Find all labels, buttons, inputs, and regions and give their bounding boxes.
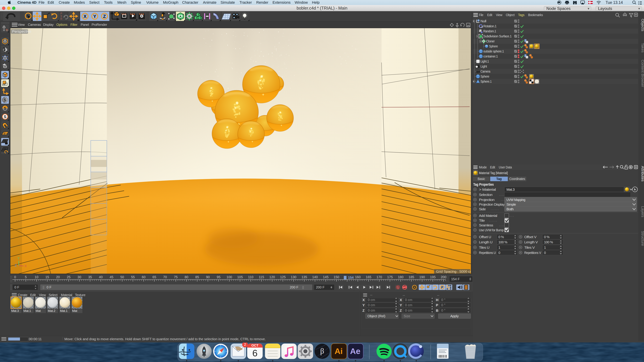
svg-text:Light: Light	[480, 64, 487, 68]
svg-text:Objects: Objects	[641, 19, 644, 31]
svg-text:0 °: 0 °	[441, 309, 446, 312]
svg-text:Select: Select	[49, 293, 58, 297]
svg-text:Null: Null	[480, 19, 486, 23]
svg-text:Grid Spacing : 5000 cm: Grid Spacing : 5000 cm	[436, 270, 471, 273]
svg-text:Light.1: Light.1	[480, 59, 489, 63]
svg-text:Tiles V: Tiles V	[524, 246, 535, 249]
svg-text:65: 65	[152, 275, 156, 279]
svg-text:Coordinates: Coordinates	[509, 177, 525, 181]
svg-text:Tile: Tile	[479, 219, 485, 222]
svg-text:0 cm: 0 cm	[405, 309, 412, 312]
svg-text:Both: Both	[506, 207, 514, 211]
svg-text:Tag Properties: Tag Properties	[473, 182, 494, 187]
svg-text:135: 135	[302, 275, 307, 279]
svg-text:Mat: Mat	[36, 309, 41, 313]
svg-text:Z: Z	[103, 14, 106, 19]
svg-text:Rotation.1: Rotation.1	[483, 24, 496, 28]
svg-text:130: 130	[291, 275, 296, 279]
svg-text:Length V: Length V	[524, 240, 538, 244]
svg-text:Mat.3: Mat.3	[506, 188, 515, 191]
svg-text:Mat.3: Mat.3	[11, 309, 19, 313]
svg-text:--: --	[403, 294, 405, 297]
svg-text:Mat.1: Mat.1	[60, 309, 68, 313]
svg-text:. . . . . .: . . . . . .	[489, 219, 497, 222]
svg-text:Y: Y	[93, 14, 96, 19]
svg-text:X: X	[24, 264, 27, 268]
svg-text:100: 100	[226, 275, 232, 279]
svg-text:0 %: 0 %	[544, 235, 550, 239]
svg-text:1: 1	[544, 246, 546, 249]
svg-text:20: 20	[56, 275, 60, 279]
svg-text:S: S	[4, 98, 6, 102]
svg-text:> Material: > Material	[479, 188, 496, 191]
svg-text:Object (Rel): Object (Rel)	[368, 314, 386, 318]
svg-text:15: 15	[45, 275, 49, 279]
svg-text:185: 185	[408, 275, 414, 279]
svg-text:Random.1: Random.1	[483, 29, 496, 33]
svg-text:95: 95	[217, 275, 220, 279]
svg-text:165: 165	[366, 275, 371, 279]
svg-text:160: 160	[355, 275, 360, 279]
svg-text:35: 35	[88, 275, 92, 279]
svg-text:Subdivision Surface.1: Subdivision Surface.1	[483, 34, 512, 38]
svg-text:S: S	[4, 114, 6, 119]
svg-text:Takes: Takes	[641, 43, 644, 52]
svg-text:P: P	[441, 286, 443, 289]
svg-text:Tue 13.14: Tue 13.14	[606, 0, 623, 5]
svg-text:70: 70	[163, 275, 167, 279]
svg-text:0 cm: 0 cm	[368, 309, 375, 312]
svg-text:Selection: Selection	[479, 193, 492, 197]
svg-text:Content Browser: Content Browser	[641, 60, 644, 87]
svg-text:0 cm: 0 cm	[368, 303, 375, 307]
svg-text:Y: Y	[362, 303, 365, 307]
svg-text:Size: Size	[404, 314, 410, 318]
svg-text:Layers: Layers	[641, 206, 644, 217]
svg-text:Edit: Edit	[487, 13, 492, 17]
svg-text:Seamless: Seamless	[479, 223, 493, 227]
svg-text:Z: Z	[15, 264, 17, 267]
svg-text:Repetitions V: Repetitions V	[524, 251, 541, 255]
svg-text:0: 0	[544, 251, 546, 255]
svg-text:0: 0	[498, 251, 500, 255]
svg-text:200 F: 200 F	[290, 285, 298, 289]
svg-text:200 F: 200 F	[316, 285, 324, 289]
svg-text:S: S	[60, 15, 62, 17]
svg-text:--: --	[437, 294, 439, 297]
svg-text:0 °: 0 °	[441, 303, 446, 307]
svg-text:Z: Z	[400, 309, 402, 312]
svg-text:Offset U: Offset U	[479, 235, 491, 239]
svg-text:5: 5	[25, 275, 27, 279]
svg-text:--: --	[370, 293, 372, 297]
svg-text:Sphere.1: Sphere.1	[480, 80, 492, 83]
svg-text:Bookmarks: Bookmarks	[528, 13, 543, 17]
svg-text:OCT: OCT	[252, 344, 258, 347]
svg-text:Offset V: Offset V	[524, 235, 537, 239]
svg-text:0: 0	[14, 275, 16, 279]
svg-text:Sphere: Sphere	[480, 75, 489, 78]
svg-text:0 F: 0 F	[14, 285, 19, 289]
svg-text:Mode: Mode	[479, 165, 487, 169]
svg-text:154 F: 154 F	[451, 277, 460, 281]
svg-text:145: 145	[323, 275, 328, 279]
svg-text:115: 115	[259, 275, 264, 279]
svg-text:45: 45	[110, 275, 113, 279]
svg-text:1: 1	[498, 246, 500, 249]
svg-text:Tiles U: Tiles U	[479, 246, 489, 249]
svg-text:Projection Display: Projection Display	[479, 203, 505, 206]
svg-text:125: 125	[280, 275, 286, 279]
svg-text:154: 154	[348, 276, 354, 279]
svg-text:S: S	[4, 106, 6, 111]
svg-text:Mat.2: Mat.2	[48, 309, 55, 313]
svg-text:Ai: Ai	[334, 347, 343, 356]
svg-text:190: 190	[419, 275, 425, 279]
svg-text:Apply: Apply	[450, 314, 459, 318]
svg-text:Cloner: Cloner	[486, 39, 495, 43]
svg-text:Sphere: Sphere	[489, 44, 498, 48]
svg-text:Length U: Length U	[479, 240, 492, 244]
svg-text:Material: Material	[61, 293, 72, 297]
svg-text:Create: Create	[18, 293, 27, 297]
svg-text:β: β	[320, 347, 324, 355]
svg-text:Side: Side	[479, 207, 486, 211]
svg-text:30: 30	[78, 275, 81, 279]
svg-text:R: R	[60, 17, 62, 20]
